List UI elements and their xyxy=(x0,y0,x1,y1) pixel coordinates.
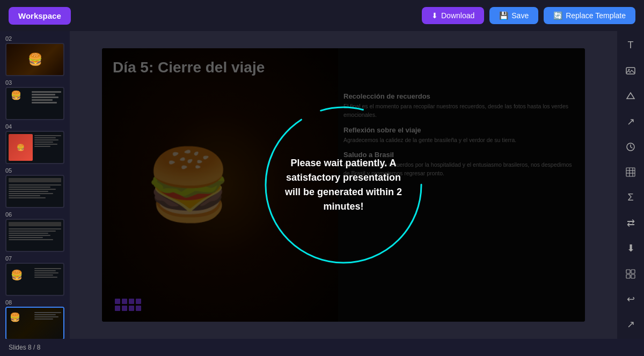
slide-thumb-08 xyxy=(5,307,64,339)
thumb-header-05 xyxy=(9,178,61,182)
thumb-content-03 xyxy=(6,88,63,119)
canvas-area: 🍔 Día 5: Cierre del viaje Recolección de… xyxy=(70,31,617,339)
image-tool-icon[interactable] xyxy=(622,63,639,78)
slide-thumbnail-02[interactable]: 02 xyxy=(3,35,67,76)
topbar-right: ⬇ Download 💾 Save 🔄 Replace Template xyxy=(422,7,635,24)
svg-rect-13 xyxy=(631,275,635,278)
slide-thumb-07 xyxy=(5,263,64,296)
svg-rect-2 xyxy=(626,68,635,74)
right-toolbar: T ↗ xyxy=(617,31,644,339)
thumb-content-07 xyxy=(6,264,63,295)
grid-tool-icon[interactable] xyxy=(622,266,639,281)
thumb-body-06 xyxy=(9,228,61,249)
thumb-lines-04 xyxy=(34,135,61,148)
slides-count: Slides 8 / 8 xyxy=(9,344,40,351)
download-label: Download xyxy=(441,11,474,20)
slide-thumb-02 xyxy=(5,43,64,76)
arrow-tool-icon[interactable]: ↗ xyxy=(622,114,639,129)
slide-thumbnail-03[interactable]: 03 xyxy=(3,79,67,120)
replace-template-label: Replace Template xyxy=(566,11,626,20)
thumb-lines-08 xyxy=(34,312,61,321)
thumb-content-06 xyxy=(6,220,63,251)
table-tool-icon[interactable] xyxy=(622,165,639,180)
thumb-content-02 xyxy=(6,44,63,75)
svg-point-3 xyxy=(628,69,630,70)
sigma-tool-icon[interactable]: Σ xyxy=(622,190,639,205)
thumb-content-05 xyxy=(6,176,63,207)
loading-overlay: Please wait patiently. A satisfactory pr… xyxy=(102,48,585,322)
topbar-left: Workspace xyxy=(9,7,71,25)
slide-thumb-03 xyxy=(5,87,64,120)
svg-rect-5 xyxy=(626,168,635,176)
slide-number-05: 05 xyxy=(3,167,12,174)
slide-thumb-06 xyxy=(5,219,64,252)
download-icon: ⬇ xyxy=(431,11,438,20)
shape-tool-icon[interactable] xyxy=(622,88,639,104)
topbar: Workspace ⬇ Download 💾 Save 🔄 Replace Te… xyxy=(0,0,644,31)
slide-number-06: 06 xyxy=(3,211,12,218)
replace-icon: 🔄 xyxy=(553,11,562,20)
slide-thumb-04: 🍔 xyxy=(5,131,64,164)
text-tool-icon[interactable]: T xyxy=(622,38,639,53)
slide-number-08: 08 xyxy=(3,299,12,306)
slide-number-04: 04 xyxy=(3,123,12,130)
save-label: Save xyxy=(511,11,529,20)
download-button[interactable]: ⬇ Download xyxy=(422,7,484,24)
main-content: 02 03 04 xyxy=(0,31,644,339)
slide-thumbnail-06[interactable]: 06 xyxy=(3,211,67,252)
share-tool-icon[interactable]: ↗ xyxy=(622,317,639,332)
slide-thumb-05 xyxy=(5,175,64,208)
thumb-header-06 xyxy=(9,222,61,226)
thumb-lines-07 xyxy=(34,268,61,279)
slide-canvas: 🍔 Día 5: Cierre del viaje Recolección de… xyxy=(102,48,585,322)
workspace-button[interactable]: Workspace xyxy=(9,7,71,25)
thumb-body-05 xyxy=(9,184,61,205)
save-button[interactable]: 💾 Save xyxy=(489,7,538,24)
slide-thumbnail-05[interactable]: 05 xyxy=(3,167,67,208)
thumb-content-08 xyxy=(6,308,63,339)
thumb-image-04: 🍔 xyxy=(9,134,33,161)
replace-template-button[interactable]: 🔄 Replace Template xyxy=(544,7,635,24)
slide-thumbnail-08[interactable]: 08 xyxy=(3,299,67,339)
svg-rect-11 xyxy=(631,270,635,273)
save-icon: 💾 xyxy=(499,11,508,20)
undo-tool-icon[interactable]: ↩ xyxy=(622,291,639,307)
clock-tool-icon[interactable] xyxy=(622,139,639,154)
slide-number-02: 02 xyxy=(3,35,12,42)
slide-thumbnail-07[interactable]: 07 xyxy=(3,255,67,296)
slide-panel: 02 03 04 xyxy=(0,31,70,339)
svg-rect-10 xyxy=(626,270,630,273)
slide-number-07: 07 xyxy=(3,255,12,262)
slide-number-03: 03 xyxy=(3,79,12,86)
thumb-content-04: 🍔 xyxy=(6,132,63,163)
loading-message: Please wait patiently. A satisfactory pr… xyxy=(284,156,402,214)
svg-rect-12 xyxy=(626,275,630,278)
slide-thumbnail-04[interactable]: 04 🍔 xyxy=(3,123,67,164)
export-tool-icon[interactable]: ⬇ xyxy=(622,241,639,256)
bottom-bar: Slides 8 / 8 xyxy=(0,339,644,356)
loading-circle-container: Please wait patiently. A satisfactory pr… xyxy=(258,99,429,271)
thumb-lines-03 xyxy=(32,91,61,105)
transform-tool-icon[interactable]: ⇄ xyxy=(622,215,639,231)
